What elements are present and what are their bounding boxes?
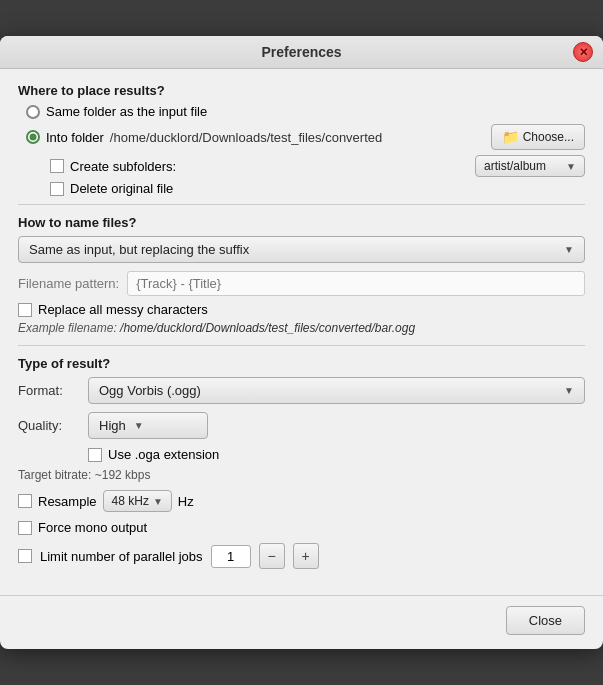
same-folder-row: Same folder as the input file [26,104,585,119]
into-folder-left: Into folder /home/ducklord/Downloads/tes… [26,130,382,145]
delete-original-row: Delete original file [50,181,585,196]
quality-label: Quality: [18,418,78,433]
chevron-down-icon-4: ▼ [134,420,144,431]
create-subfolders-label[interactable]: Create subfolders: [70,159,176,174]
divider-1 [18,204,585,205]
example-path: /home/ducklord/Downloads/test_files/conv… [120,321,415,335]
example-row: Example filename: /home/ducklord/Downloa… [18,321,585,335]
parallel-checkbox[interactable] [18,549,32,563]
minus-icon: − [267,548,275,564]
quality-dropdown[interactable]: High ▼ [88,412,208,439]
preferences-window: Preferences ✕ Where to place results? Sa… [0,36,603,649]
replace-messy-label[interactable]: Replace all messy characters [38,302,208,317]
quality-row: Quality: High ▼ [18,412,585,439]
chevron-down-icon: ▼ [566,161,576,172]
format-label: Format: [18,383,78,398]
resample-label[interactable]: Resample [38,494,97,509]
close-icon: ✕ [579,46,588,59]
folder-icon: 📁 [502,129,519,145]
mono-row: Force mono output [18,520,585,535]
format-row: Format: Ogg Vorbis (.ogg) ▼ [18,377,585,404]
resample-row: Resample 48 kHz ▼ Hz [18,490,585,512]
pattern-label: Filename pattern: [18,276,119,291]
parallel-value-input[interactable] [211,545,251,568]
subfolder-option-label: artist/album [484,159,546,173]
naming-dropdown[interactable]: Same as input, but replacing the suffix … [18,236,585,263]
parallel-decrement-button[interactable]: − [259,543,285,569]
into-folder-radio[interactable] [26,130,40,144]
chevron-down-icon-3: ▼ [564,385,574,396]
delete-original-checkbox[interactable] [50,182,64,196]
create-subfolders-row: Create subfolders: artist/album ▼ [50,155,585,177]
naming-option-label: Same as input, but replacing the suffix [29,242,249,257]
bitrate-row: Target bitrate: ~192 kbps [18,468,585,482]
mono-checkbox[interactable] [18,521,32,535]
type-section-header: Type of result? [18,356,585,371]
quality-option-label: High [99,418,126,433]
format-dropdown[interactable]: Ogg Vorbis (.ogg) ▼ [88,377,585,404]
close-button[interactable]: Close [506,606,585,635]
subfolder-type-dropdown[interactable]: artist/album ▼ [475,155,585,177]
pattern-row: Filename pattern: [18,271,585,296]
chevron-down-icon-5: ▼ [153,496,163,507]
replace-row: Replace all messy characters [18,302,585,317]
divider-2 [18,345,585,346]
hz-unit-label: Hz [178,494,194,509]
naming-section-header: How to name files? [18,215,585,230]
oga-row: Use .oga extension [88,447,585,462]
parallel-row: Limit number of parallel jobs − + [18,543,585,569]
into-folder-label[interactable]: Into folder [46,130,104,145]
bitrate-label: Target bitrate: ~192 kbps [18,468,150,482]
plus-icon: + [301,548,309,564]
create-subfolders-checkbox[interactable] [50,159,64,173]
format-option-label: Ogg Vorbis (.ogg) [99,383,201,398]
example-prefix: Example filename: [18,321,120,335]
pattern-input[interactable] [127,271,585,296]
into-folder-row: Into folder /home/ducklord/Downloads/tes… [26,124,585,150]
window-title: Preferences [261,44,341,60]
oga-extension-label[interactable]: Use .oga extension [108,447,219,462]
chevron-down-icon-2: ▼ [564,244,574,255]
parallel-increment-button[interactable]: + [293,543,319,569]
same-folder-radio[interactable] [26,105,40,119]
window-close-button[interactable]: ✕ [573,42,593,62]
hz-dropdown[interactable]: 48 kHz ▼ [103,490,172,512]
choose-label: Choose... [523,130,574,144]
resample-checkbox[interactable] [18,494,32,508]
mono-label[interactable]: Force mono output [38,520,147,535]
parallel-label[interactable]: Limit number of parallel jobs [40,549,203,564]
replace-messy-checkbox[interactable] [18,303,32,317]
choose-folder-button[interactable]: 📁 Choose... [491,124,585,150]
same-folder-label[interactable]: Same folder as the input file [46,104,207,119]
titlebar: Preferences ✕ [0,36,603,69]
results-radio-group: Same folder as the input file Into folde… [26,104,585,196]
subfolder-left: Create subfolders: [50,159,176,174]
hz-option-label: 48 kHz [112,494,149,508]
content-area: Where to place results? Same folder as t… [0,69,603,591]
folder-path-text: /home/ducklord/Downloads/test_files/conv… [110,130,382,145]
footer: Close [0,595,603,649]
delete-original-label[interactable]: Delete original file [70,181,173,196]
results-section-header: Where to place results? [18,83,585,98]
oga-extension-checkbox[interactable] [88,448,102,462]
